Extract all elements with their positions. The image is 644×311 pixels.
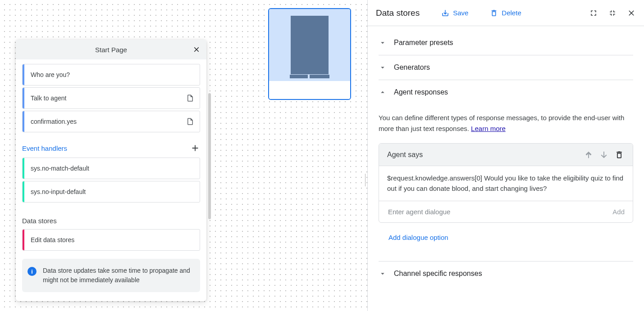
mini-node-inner (291, 16, 329, 74)
route-label: sys.no-input-default (31, 188, 194, 195)
agent-dialogue-input-row: Add (379, 201, 633, 222)
route-bar (23, 64, 24, 85)
section-title: Data stores (22, 217, 57, 225)
move-down-icon[interactable] (598, 149, 609, 160)
save-button[interactable]: Save (437, 6, 473, 20)
route-label: Talk to agent (31, 95, 186, 102)
panel-title: Start Page (95, 46, 127, 54)
route-bar (23, 111, 24, 132)
route-bar (23, 181, 24, 202)
mini-flow-node[interactable] (268, 8, 351, 100)
start-page-panel: Start Page Who are you? Talk to agent co… (16, 40, 206, 301)
agent-responses-content: You can define different types of respon… (379, 104, 633, 261)
divider-handle[interactable] (365, 171, 365, 189)
panel-header: Start Page (16, 40, 206, 59)
mini-node-footer (269, 81, 350, 99)
accordion-channel-specific[interactable]: Channel specific responses (379, 261, 633, 286)
add-dialogue-text-button[interactable]: Add (612, 208, 625, 216)
info-icon: i (27, 267, 37, 276)
chevron-up-icon (379, 88, 387, 96)
mini-node-preview (269, 9, 350, 81)
info-text: Data store updates take some time to pro… (43, 266, 193, 285)
move-up-icon[interactable] (583, 149, 594, 160)
right-panel-title: Data stores (376, 8, 420, 18)
accordion-generators[interactable]: Generators (379, 55, 633, 80)
data-store-item[interactable]: Edit data stores (22, 229, 200, 251)
event-handler-item[interactable]: sys.no-input-default (22, 181, 200, 203)
agent-card-header: Agent says (379, 144, 633, 166)
delete-button[interactable]: Delete (485, 6, 525, 20)
route-label: Edit data stores (31, 236, 194, 243)
section-title: Event handlers (22, 144, 67, 152)
add-icon[interactable] (190, 143, 200, 153)
accordion-title: Agent responses (394, 88, 448, 96)
scrollbar[interactable] (208, 93, 211, 219)
agent-says-text[interactable]: $request.knowledge.answers[0] Would you … (379, 166, 633, 201)
agent-says-title: Agent says (387, 151, 579, 159)
close-icon[interactable] (627, 9, 636, 18)
route-label: Who are you? (31, 71, 194, 78)
collapse-icon[interactable] (608, 9, 617, 18)
chevron-down-icon (379, 270, 387, 278)
learn-more-link[interactable]: Learn more (471, 125, 506, 132)
route-label: sys.no-match-default (31, 165, 194, 172)
fullscreen-icon[interactable] (589, 9, 598, 18)
route-label: confirmation.yes (31, 118, 186, 125)
agent-dialogue-input[interactable] (387, 207, 608, 216)
accordion-title: Generators (394, 63, 430, 72)
event-handler-item[interactable]: sys.no-match-default (22, 158, 200, 179)
mini-node-bars (269, 75, 350, 79)
chevron-down-icon (379, 63, 387, 72)
agent-says-card: Agent says $request.knowledge.answers[0]… (379, 143, 633, 223)
route-bar (23, 88, 24, 108)
event-handlers-header[interactable]: Event handlers (22, 143, 200, 153)
delete-icon[interactable] (614, 149, 625, 160)
chevron-down-icon (379, 39, 387, 47)
accordion-parameter-presets[interactable]: Parameter presets (379, 31, 633, 55)
route-bar (23, 230, 24, 250)
right-header: Data stores Save Delete (368, 0, 644, 26)
data-stores-header: Data stores (22, 217, 200, 225)
save-label: Save (453, 9, 468, 17)
accordion-agent-responses[interactable]: Agent responses (379, 80, 633, 104)
info-box: i Data store updates take some time to p… (22, 259, 200, 292)
route-bar (23, 158, 24, 179)
route-item[interactable]: confirmation.yes (22, 111, 200, 132)
route-item[interactable]: Who are you? (22, 64, 200, 86)
accordion-title: Parameter presets (394, 39, 453, 47)
right-panel: Data stores Save Delete Parameter p (367, 0, 644, 311)
close-icon[interactable] (191, 44, 202, 55)
route-item[interactable]: Talk to agent (22, 87, 200, 109)
agent-responses-description: You can define different types of respon… (379, 113, 633, 134)
accordion-title: Channel specific responses (394, 270, 482, 278)
delete-label: Delete (502, 9, 521, 17)
file-icon (186, 117, 194, 126)
add-dialogue-option-button[interactable]: Add dialogue option (379, 223, 633, 252)
file-icon (186, 94, 194, 102)
